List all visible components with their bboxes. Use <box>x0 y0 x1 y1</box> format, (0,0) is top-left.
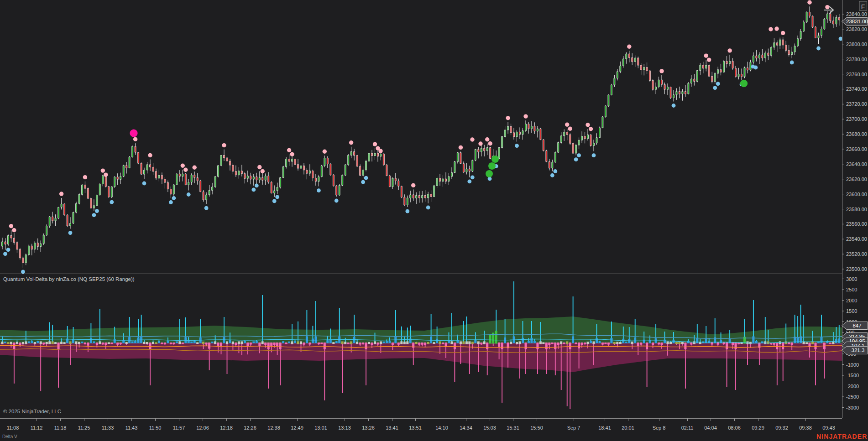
svg-text:02:11: 02:11 <box>681 425 694 431</box>
svg-text:2000: 2000 <box>846 298 857 303</box>
svg-text:1500: 1500 <box>846 308 857 314</box>
svg-text:F: F <box>861 3 865 10</box>
svg-text:23500.00: 23500.00 <box>846 266 867 272</box>
svg-text:12:26: 12:26 <box>244 425 256 431</box>
svg-text:20:01: 20:01 <box>622 425 634 431</box>
svg-text:13:51: 13:51 <box>409 425 422 431</box>
svg-text:23740.00: 23740.00 <box>846 86 867 92</box>
svg-text:15:50: 15:50 <box>530 425 543 431</box>
svg-text:15:03: 15:03 <box>483 425 496 431</box>
svg-text:23660.00: 23660.00 <box>846 146 867 152</box>
svg-text:847: 847 <box>852 323 861 328</box>
svg-text:13:41: 13:41 <box>386 425 398 431</box>
svg-text:13:13: 13:13 <box>338 425 351 431</box>
svg-text:23620.00: 23620.00 <box>846 176 867 182</box>
svg-text:09:32: 09:32 <box>775 425 788 431</box>
svg-text:-1000: -1000 <box>846 362 859 368</box>
svg-text:18:41: 18:41 <box>598 425 611 431</box>
svg-text:12:06: 12:06 <box>196 425 209 431</box>
svg-text:NINJATRADER: NINJATRADER <box>816 433 867 440</box>
svg-text:13:26: 13:26 <box>362 425 375 431</box>
svg-text:11:43: 11:43 <box>125 425 138 431</box>
svg-text:09:43: 09:43 <box>822 425 835 431</box>
svg-text:23640.00: 23640.00 <box>846 161 867 167</box>
svg-text:23580.00: 23580.00 <box>846 207 867 212</box>
svg-text:-1500: -1500 <box>846 373 859 378</box>
svg-text:23540.00: 23540.00 <box>846 236 867 242</box>
svg-text:Quantum Vol-Delta by ninZa.co: Quantum Vol-Delta by ninZa.co (NQ SEP25 … <box>3 276 135 282</box>
svg-text:08:06: 08:06 <box>728 425 741 431</box>
svg-text:Sep 7: Sep 7 <box>567 425 580 431</box>
svg-text:11:25: 11:25 <box>78 425 90 431</box>
svg-text:11:57: 11:57 <box>173 425 185 431</box>
svg-text:12:18: 12:18 <box>220 425 233 431</box>
svg-text:11:50: 11:50 <box>149 425 162 431</box>
svg-text:23720.00: 23720.00 <box>846 101 867 107</box>
svg-text:12:49: 12:49 <box>291 425 303 431</box>
svg-text:23840.00: 23840.00 <box>846 11 867 17</box>
svg-text:23600.00: 23600.00 <box>846 192 867 197</box>
svg-text:14:34: 14:34 <box>460 425 472 431</box>
svg-text:3000: 3000 <box>846 276 857 282</box>
svg-text:23680.00: 23680.00 <box>846 131 867 137</box>
svg-text:-2500: -2500 <box>846 394 859 399</box>
svg-text:-3000: -3000 <box>846 405 859 410</box>
svg-text:© 2025 NinjaTrader, LLC: © 2025 NinjaTrader, LLC <box>3 409 61 414</box>
svg-text:23800.00: 23800.00 <box>846 42 867 47</box>
svg-text:11:18: 11:18 <box>54 425 67 431</box>
svg-text:15:31: 15:31 <box>507 425 519 431</box>
svg-text:-2000: -2000 <box>846 384 859 389</box>
svg-text:09:38: 09:38 <box>799 425 812 431</box>
svg-text:04:04: 04:04 <box>704 425 717 431</box>
svg-text:23760.00: 23760.00 <box>846 72 867 77</box>
svg-text:Sep 8: Sep 8 <box>653 425 666 431</box>
svg-text:11:08: 11:08 <box>7 425 19 431</box>
svg-text:2500: 2500 <box>846 287 857 292</box>
svg-text:23700.00: 23700.00 <box>846 116 867 122</box>
svg-text:12:38: 12:38 <box>267 425 280 431</box>
svg-text:11:12: 11:12 <box>31 425 43 431</box>
svg-text:11:33: 11:33 <box>102 425 114 431</box>
svg-text:23820.00: 23820.00 <box>846 26 867 32</box>
svg-text:Delta V: Delta V <box>2 434 17 439</box>
svg-text:09:29: 09:29 <box>752 425 764 431</box>
svg-text:23780.00: 23780.00 <box>846 57 867 62</box>
svg-text:23831.00: 23831.00 <box>846 19 868 24</box>
svg-text:23560.00: 23560.00 <box>846 221 867 227</box>
svg-text:-321.3: -321.3 <box>850 348 865 353</box>
svg-text:13:01: 13:01 <box>314 425 327 431</box>
svg-text:23520.00: 23520.00 <box>846 251 867 257</box>
svg-text:14:10: 14:10 <box>435 425 448 431</box>
